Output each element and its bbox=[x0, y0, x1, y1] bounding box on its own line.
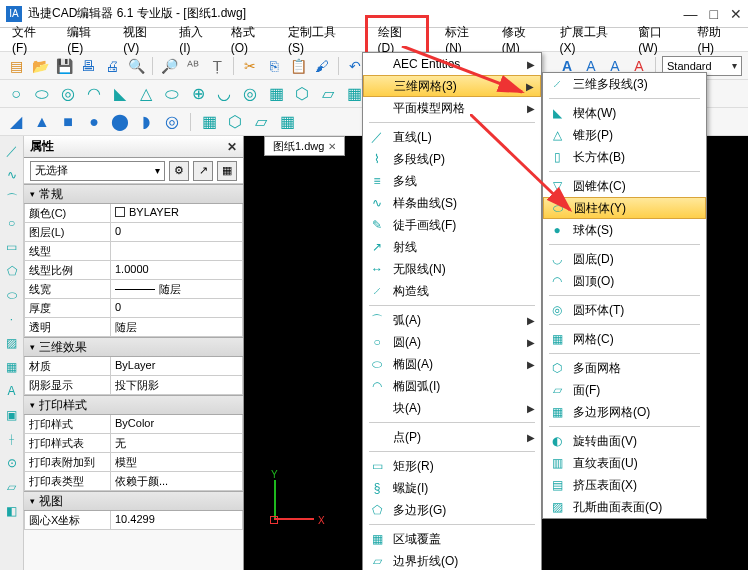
prop-value[interactable]: 模型 bbox=[110, 453, 243, 472]
prop-value[interactable]: 0 bbox=[110, 223, 243, 242]
menu-edit[interactable]: 编辑(E) bbox=[65, 22, 107, 57]
text-tool-icon[interactable]: A bbox=[3, 382, 21, 400]
polymesh-icon[interactable]: ▦ bbox=[344, 84, 364, 104]
mesh-icon[interactable]: ▦ bbox=[266, 84, 286, 104]
surf4-icon[interactable]: ▦ bbox=[277, 112, 297, 132]
panel-close-icon[interactable]: ✕ bbox=[227, 140, 237, 154]
minimize-button[interactable]: — bbox=[684, 6, 698, 22]
spline-tool-icon[interactable]: ∿ bbox=[3, 166, 21, 184]
prop-value[interactable]: ByLayer bbox=[110, 357, 243, 376]
menu-item[interactable]: ▭矩形(R) bbox=[363, 455, 541, 477]
face-icon[interactable]: ▱ bbox=[318, 84, 338, 104]
menu-item[interactable]: ⟋三维多段线(3) bbox=[543, 73, 706, 95]
maximize-button[interactable]: □ bbox=[710, 6, 718, 22]
menu-insert[interactable]: 插入(I) bbox=[177, 22, 215, 57]
menu-item[interactable]: ⌒弧(A)▶ bbox=[363, 309, 541, 331]
section-print[interactable]: 打印样式 bbox=[24, 395, 243, 415]
prop-value[interactable]: 1.0000 bbox=[110, 261, 243, 280]
menu-item[interactable]: ▥直纹表面(U) bbox=[543, 452, 706, 474]
solid-torus-icon[interactable]: ◎ bbox=[162, 112, 182, 132]
section-general[interactable]: 常规 bbox=[24, 184, 243, 204]
prop-value[interactable]: BYLAYER bbox=[110, 204, 243, 223]
surf2-icon[interactable]: ⬡ bbox=[225, 112, 245, 132]
print-icon[interactable]: 🖨 bbox=[102, 56, 122, 76]
arc-icon[interactable]: ◠ bbox=[84, 84, 104, 104]
prop-value[interactable]: 投下阴影 bbox=[110, 376, 243, 395]
measure-tool-icon[interactable]: ⟊ bbox=[3, 430, 21, 448]
block-tool-icon[interactable]: ▣ bbox=[3, 406, 21, 424]
close-button[interactable]: ✕ bbox=[730, 6, 742, 22]
ellipse-icon[interactable]: ⬭ bbox=[32, 84, 52, 104]
prop-value[interactable]: 依赖于颜... bbox=[110, 472, 243, 491]
menu-custom-tools[interactable]: 定制工具(S) bbox=[286, 22, 351, 57]
torus-icon[interactable]: ◎ bbox=[240, 84, 260, 104]
hatch-tool-icon[interactable]: ▨ bbox=[3, 334, 21, 352]
line-tool-icon[interactable]: ／ bbox=[3, 142, 21, 160]
menu-item[interactable]: ◡圆底(D) bbox=[543, 248, 706, 270]
menu-file[interactable]: 文件(F) bbox=[10, 22, 51, 57]
poly-tool-icon[interactable]: ⬠ bbox=[3, 262, 21, 280]
tab-close-icon[interactable]: ✕ bbox=[328, 141, 336, 152]
menu-item[interactable]: ↔无限线(N) bbox=[363, 258, 541, 280]
prop-value[interactable]: 10.4299 bbox=[110, 511, 243, 530]
open-icon[interactable]: 📂 bbox=[30, 56, 50, 76]
menu-item[interactable]: 块(A)▶ bbox=[363, 397, 541, 419]
menu-extra-tools[interactable]: 扩展工具(X) bbox=[558, 22, 623, 57]
point-tool-icon[interactable]: · bbox=[3, 310, 21, 328]
menu-item[interactable]: §螺旋(I) bbox=[363, 477, 541, 499]
prop-value[interactable]: 无 bbox=[110, 434, 243, 453]
menu-view[interactable]: 视图(V) bbox=[121, 22, 163, 57]
filter-button-icon[interactable]: ⚙ bbox=[169, 161, 189, 181]
find-icon[interactable]: 🔎 bbox=[159, 56, 179, 76]
menu-item[interactable]: ⬠多边形(G) bbox=[363, 499, 541, 521]
cone-icon[interactable]: △ bbox=[136, 84, 156, 104]
polyface-icon[interactable]: ⬡ bbox=[292, 84, 312, 104]
save-icon[interactable]: 💾 bbox=[54, 56, 74, 76]
select-button-icon[interactable]: ▦ bbox=[217, 161, 237, 181]
menu-item[interactable]: ⬡多面网格 bbox=[543, 357, 706, 379]
prop-value[interactable]: 随层 bbox=[110, 280, 243, 299]
region-tool-icon[interactable]: ▦ bbox=[3, 358, 21, 376]
section-3d[interactable]: 三维效果 bbox=[24, 337, 243, 357]
pick-button-icon[interactable]: ↗ bbox=[193, 161, 213, 181]
menu-item[interactable]: ⟋构造线 bbox=[363, 280, 541, 302]
dome-icon[interactable]: ◡ bbox=[214, 84, 234, 104]
cut-icon[interactable]: ✂ bbox=[240, 56, 260, 76]
solid-sphere-icon[interactable]: ⬤ bbox=[110, 112, 130, 132]
solid-wedge-icon[interactable]: ◢ bbox=[6, 112, 26, 132]
menu-item[interactable]: ▱面(F) bbox=[543, 379, 706, 401]
menu-item[interactable]: ▨孔斯曲面表面(O) bbox=[543, 496, 706, 518]
rect-tool-icon[interactable]: ▭ bbox=[3, 238, 21, 256]
spellcheck-icon[interactable]: ᴬᴮ bbox=[183, 56, 203, 76]
menu-item[interactable]: ▤挤压表面(X) bbox=[543, 474, 706, 496]
section-view[interactable]: 视图 bbox=[24, 491, 243, 511]
sphere-icon[interactable]: ⊕ bbox=[188, 84, 208, 104]
circle-tool-icon[interactable]: ○ bbox=[3, 214, 21, 232]
cylinder-icon[interactable]: ⬭ bbox=[162, 84, 182, 104]
prop-value[interactable]: 0 bbox=[110, 299, 243, 318]
menu-help[interactable]: 帮助(H) bbox=[695, 22, 738, 57]
menu-item[interactable]: ↗射线 bbox=[363, 236, 541, 258]
saveall-icon[interactable]: 🖶 bbox=[78, 56, 98, 76]
menu-window[interactable]: 窗口(W) bbox=[636, 22, 681, 57]
menu-item[interactable]: ⬭椭圆(A)▶ bbox=[363, 353, 541, 375]
copy-icon[interactable]: ⎘ bbox=[264, 56, 284, 76]
menu-format[interactable]: 格式(O) bbox=[229, 22, 272, 57]
document-tab[interactable]: 图纸1.dwg ✕ bbox=[264, 136, 345, 156]
menu-item[interactable]: ▱边界折线(O) bbox=[363, 550, 541, 570]
solid-box-icon[interactable]: ■ bbox=[58, 112, 78, 132]
menu-item[interactable]: ▦区域覆盖 bbox=[363, 528, 541, 550]
preview-icon[interactable]: 🔍 bbox=[126, 56, 146, 76]
paint-icon[interactable]: 🖌 bbox=[312, 56, 332, 76]
boundary-tool-icon[interactable]: ▱ bbox=[3, 478, 21, 496]
prop-value[interactable]: 随层 bbox=[110, 318, 243, 337]
arc-tool-icon[interactable]: ⌒ bbox=[3, 190, 21, 208]
selection-combo[interactable]: 无选择 bbox=[30, 161, 165, 181]
menu-item[interactable]: ▦多边形网格(O) bbox=[543, 401, 706, 423]
menu-item[interactable]: ◠圆顶(O) bbox=[543, 270, 706, 292]
paste-icon[interactable]: 📋 bbox=[288, 56, 308, 76]
solid-dome-icon[interactable]: ◗ bbox=[136, 112, 156, 132]
ellipse-tool-icon[interactable]: ⬭ bbox=[3, 286, 21, 304]
menu-item[interactable]: 点(P)▶ bbox=[363, 426, 541, 448]
circle-icon[interactable]: ○ bbox=[6, 84, 26, 104]
